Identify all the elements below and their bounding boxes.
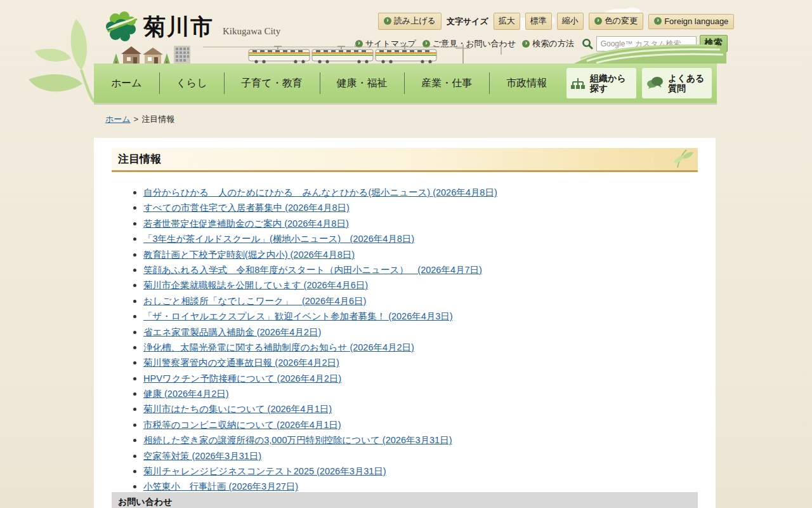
main-navigation: ホーム くらし 子育て・教育 健康・福祉 産業・仕事 市政情報 組織から探す: [94, 64, 717, 103]
news-item: 菊川警察署管内の交通事故日報 (2026年4月2日): [133, 355, 716, 370]
foreign-language-label: Foreign language: [664, 17, 728, 26]
leaf-sprig-icon: [665, 148, 694, 169]
breadcrumb-home-link[interactable]: ホーム: [105, 114, 131, 124]
org-search-label: 組織から探す: [590, 73, 632, 93]
news-item: 浄化槽、太陽光発電に関する補助制度のお知らせ (2026年4月2日): [133, 340, 716, 355]
read-aloud-label: 読み上げる: [394, 15, 436, 27]
news-link[interactable]: 菊川チャレンジビジネスコンテスト2025 (2026年3月31日): [143, 466, 386, 476]
news-item: 菊川チャレンジビジネスコンテスト2025 (2026年3月31日): [133, 464, 716, 479]
news-link[interactable]: 若者世帯定住促進補助金のご案内 (2026年4月8日): [143, 218, 349, 229]
search-input[interactable]: [596, 36, 697, 51]
header: 菊川市 Kikugawa City 読み上げる 文字サイズ 拡大 標準 縮小 色…: [0, 0, 812, 64]
color-change-button[interactable]: 色の変更: [589, 13, 643, 30]
search-button[interactable]: 検索: [700, 35, 728, 52]
speech-bubbles-icon: [646, 76, 664, 91]
contact-section-title: お問い合わせ: [112, 492, 698, 508]
site-title-en: Kikugawa City: [223, 26, 280, 37]
news-link[interactable]: 省エネ家電製品購入補助金 (2026年4月2日): [143, 327, 321, 337]
news-item: 空家等対策 (2026年3月31日): [133, 448, 716, 464]
news-link[interactable]: HPVワクチン予防接種について (2026年4月2日): [143, 373, 341, 384]
sitemap-link[interactable]: サイトマップ: [355, 38, 416, 50]
news-link[interactable]: 菊川市企業就職報誌を公開しています (2026年4月6日): [143, 280, 368, 290]
news-item: HPVワクチン予防接種について (2026年4月2日): [133, 371, 716, 386]
news-item: 教育計画と下校予定時刻(堀之内小) (2026年4月8日): [133, 247, 716, 262]
news-link[interactable]: 菊川警察署管内の交通事故日報 (2026年4月2日): [143, 358, 339, 368]
news-link[interactable]: 市税等のコンビニ収納について (2026年4月1日): [143, 420, 341, 430]
color-change-label: 色の変更: [605, 15, 638, 27]
news-link[interactable]: 「ザ・ロイヤルエクスプレス」歓迎イベント参加者募集！ (2026年4月3日): [143, 311, 453, 321]
arrow-bullet-icon: [654, 17, 662, 25]
breadcrumb-separator: >: [134, 114, 139, 124]
font-shrink-button[interactable]: 縮小: [557, 13, 584, 30]
news-item: 菊川市企業就職報誌を公開しています (2026年4月6日): [133, 277, 716, 293]
arrow-bullet-icon: [522, 40, 530, 48]
news-link[interactable]: 菊川市はたちの集いについて (2026年4月1日): [143, 404, 332, 414]
news-item: 自分からひかる 人のためにひかる みんなとひかる(堀小ニュース) (2026年4…: [133, 185, 716, 200]
news-link[interactable]: 「3年生が茶イルドスクール」(横地小ニュース) (2026年4月8日): [143, 234, 414, 244]
nav-item-home[interactable]: ホーム: [94, 64, 159, 103]
org-search-button[interactable]: 組織から探す: [566, 68, 636, 98]
nav-item-childcare-education[interactable]: 子育て・教育: [224, 64, 319, 103]
news-item: 市税等のコンビニ収納について (2026年4月1日): [133, 417, 716, 432]
site-logo[interactable]: 菊川市 Kikugawa City: [105, 10, 280, 43]
city-emblem-icon: [105, 10, 138, 43]
news-link[interactable]: 笑顔あふれる入学式 令和8年度がスタート（内田小ニュース） (2026年4月7日…: [143, 265, 482, 275]
news-item: 相続した空き家の譲渡所得の3,000万円特別控除について (2026年3月31日…: [133, 432, 716, 448]
nav-quick-boxes: 組織から探す よくある質問: [564, 64, 717, 103]
search-icon: [582, 38, 593, 50]
news-item: すべての市営住宅で入居者募集中 (2026年4月8日): [133, 200, 716, 215]
nav-item-industry-work[interactable]: 産業・仕事: [404, 64, 489, 103]
news-list: 自分からひかる 人のためにひかる みんなとひかる(堀小ニュース) (2026年4…: [133, 185, 716, 495]
site-title: 菊川市: [143, 12, 214, 42]
font-size-label: 文字サイズ: [447, 16, 488, 27]
news-item: 若者世帯定住促進補助金のご案内 (2026年4月8日): [133, 216, 716, 231]
news-link[interactable]: 浄化槽、太陽光発電に関する補助制度のお知らせ (2026年4月2日): [143, 342, 414, 352]
arrow-bullet-icon: [422, 40, 430, 48]
how-to-search-link[interactable]: 検索の方法: [522, 38, 573, 50]
foreign-language-button[interactable]: Foreign language: [648, 14, 734, 29]
contact-label: ご意見・お問い合わせ: [433, 38, 516, 50]
news-link[interactable]: おしごと相談所「なでしこワーク」 (2026年4月6日): [143, 296, 366, 306]
arrow-bullet-icon: [355, 40, 363, 48]
page: 菊川市 Kikugawa City 読み上げる 文字サイズ 拡大 標準 縮小 色…: [0, 0, 812, 508]
nav-item-health-welfare[interactable]: 健康・福祉: [320, 64, 405, 103]
news-item: 笑顔あふれる入学式 令和8年度がスタート（内田小ニュース） (2026年4月7日…: [133, 262, 716, 277]
arrow-bullet-icon: [594, 17, 602, 25]
breadcrumb-current: 注目情報: [141, 114, 174, 124]
news-item: おしごと相談所「なでしこワーク」 (2026年4月6日): [133, 293, 716, 309]
news-link[interactable]: 自分からひかる 人のためにひかる みんなとひかる(堀小ニュース) (2026年4…: [143, 187, 497, 197]
sitemap-label: サイトマップ: [365, 38, 416, 50]
news-link[interactable]: 健康 (2026年4月2日): [143, 389, 229, 399]
utility-row-2: サイトマップ ご意見・お問い合わせ 検索の方法 検索: [355, 35, 717, 52]
read-aloud-button[interactable]: 読み上げる: [378, 13, 442, 30]
font-enlarge-button[interactable]: 拡大: [494, 13, 520, 30]
news-item: 省エネ家電製品購入補助金 (2026年4月2日): [133, 324, 716, 340]
news-link[interactable]: すべての市営住宅で入居者募集中 (2026年4月8日): [143, 203, 350, 213]
news-item: 菊川市はたちの集いについて (2026年4月1日): [133, 401, 716, 417]
page-title: 注目情報: [112, 152, 161, 166]
news-link[interactable]: 空家等対策 (2026年3月31日): [143, 451, 261, 461]
font-standard-button[interactable]: 標準: [525, 13, 552, 30]
news-link[interactable]: 教育計画と下校予定時刻(堀之内小) (2026年4月8日): [143, 250, 355, 260]
faq-label: よくある質問: [668, 73, 708, 93]
nav-item-city-government[interactable]: 市政情報: [489, 64, 564, 103]
breadcrumb: ホーム>注目情報: [105, 114, 174, 125]
main-content: 注目情報 自分からひかる 人のためにひかる みんなとひかる(堀小ニュース) (2…: [94, 138, 716, 508]
utility-row-1: 読み上げる 文字サイズ 拡大 標準 縮小 色の変更 Foreign langua…: [378, 13, 717, 30]
how-to-search-label: 検索の方法: [532, 38, 573, 50]
page-title-bar: 注目情報: [112, 148, 698, 172]
news-link[interactable]: 小笠東小 行事計画 (2026年3月27日): [143, 481, 298, 491]
site-search: 検索: [582, 35, 728, 52]
contact-link[interactable]: ご意見・お問い合わせ: [422, 38, 516, 50]
arrow-bullet-icon: [384, 17, 391, 25]
nav-item-living[interactable]: くらし: [159, 64, 225, 103]
news-item: 健康 (2026年4月2日): [133, 386, 716, 401]
news-item: 「ザ・ロイヤルエクスプレス」歓迎イベント参加者募集！ (2026年4月3日): [133, 309, 716, 324]
org-chart-icon: [570, 76, 586, 91]
news-link[interactable]: 相続した空き家の譲渡所得の3,000万円特別控除について (2026年3月31日…: [143, 435, 452, 445]
faq-button[interactable]: よくある質問: [642, 68, 712, 98]
news-item: 「3年生が茶イルドスクール」(横地小ニュース) (2026年4月8日): [133, 231, 716, 246]
